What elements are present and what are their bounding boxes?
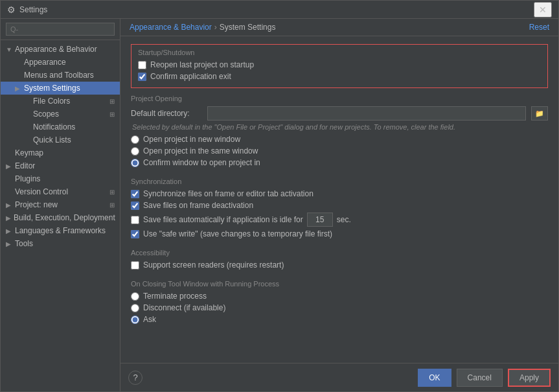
breadcrumb-current: System Settings: [220, 23, 276, 32]
safe-write-row: Use "safe write" (save changes to a temp…: [131, 229, 548, 238]
ok-button[interactable]: OK: [418, 369, 451, 387]
accessibility-label: Accessibility: [131, 249, 548, 257]
footer-right: OK Cancel Apply: [418, 369, 551, 387]
confirm-exit-checkbox[interactable]: [138, 73, 146, 81]
folder-button[interactable]: 📁: [531, 106, 548, 121]
sidebar-item-version-control[interactable]: Version Control ⊞: [1, 185, 120, 198]
sidebar-item-plugins[interactable]: Plugins: [1, 172, 120, 185]
sidebar-item-appearance[interactable]: Appearance: [1, 56, 120, 69]
open-same-window-radio[interactable]: [131, 147, 139, 156]
screen-readers-checkbox[interactable]: [131, 261, 139, 270]
sidebar-item-label: Languages & Frameworks: [15, 226, 106, 235]
on-closing-section: On Closing Tool Window with Running Proc…: [131, 280, 548, 324]
sidebar-tree: ▼ Appearance & Behavior Appearance Menus…: [1, 40, 120, 391]
reset-link[interactable]: Reset: [529, 23, 549, 32]
sidebar-item-label: Tools: [15, 239, 33, 248]
sidebar-item-label: Build, Execution, Deployment: [14, 213, 115, 222]
reopen-last-project-row: Reopen last project on startup: [138, 60, 541, 69]
screen-readers-label: Support screen readers (requires restart…: [143, 260, 284, 270]
sidebar-item-notifications[interactable]: Notifications: [1, 121, 120, 133]
idle-unit-label: sec.: [337, 215, 351, 224]
terminate-process-radio[interactable]: [131, 292, 139, 301]
sidebar-item-label: File Colors: [33, 97, 70, 106]
sidebar-item-label: Appearance & Behavior: [15, 45, 97, 54]
main-content: ▼ Appearance & Behavior Appearance Menus…: [1, 19, 558, 391]
badge-icon: ⊞: [109, 202, 115, 209]
help-button[interactable]: ?: [128, 371, 143, 385]
breadcrumb-parent[interactable]: Appearance & Behavior: [130, 23, 212, 32]
settings-window: ⚙ Settings ✕ ▼ Appearance & Behavior App…: [0, 0, 559, 392]
apply-button[interactable]: Apply: [508, 369, 551, 387]
save-auto-idle-checkbox[interactable]: [131, 216, 139, 224]
ask-row: Ask: [131, 315, 548, 324]
sync-on-frame-checkbox[interactable]: [131, 190, 139, 198]
confirm-exit-label: Confirm application exit: [150, 72, 231, 81]
terminate-process-label: Terminate process: [143, 292, 207, 301]
open-new-window-radio[interactable]: [131, 135, 139, 144]
sidebar-item-keymap[interactable]: Keymap: [1, 146, 120, 159]
sidebar-item-system-settings[interactable]: ▶ System Settings: [1, 82, 120, 95]
breadcrumb-separator: ›: [214, 23, 217, 32]
accessibility-section: Accessibility Support screen readers (re…: [131, 249, 548, 270]
on-closing-label: On Closing Tool Window with Running Proc…: [131, 280, 548, 288]
save-auto-idle-row: Save files automatically if application …: [131, 213, 548, 227]
content-panel: Appearance & Behavior › System Settings …: [120, 19, 558, 391]
window-title: Settings: [19, 5, 47, 14]
synchronization-section: Synchronization Synchronize files on fra…: [131, 178, 548, 238]
title-bar-left: ⚙ Settings: [7, 5, 47, 15]
sidebar-item-label: Keymap: [15, 148, 43, 157]
open-same-window-label: Open project in the same window: [143, 146, 258, 156]
confirm-window-radio[interactable]: [131, 159, 139, 167]
sidebar-item-appearance-behavior[interactable]: ▼ Appearance & Behavior: [1, 43, 120, 56]
reopen-last-project-label: Reopen last project on startup: [150, 60, 254, 69]
badge-icon: ⊞: [109, 189, 115, 196]
cancel-button[interactable]: Cancel: [457, 369, 503, 387]
open-new-window-row: Open project in new window: [131, 135, 548, 144]
sidebar-item-menus-toolbars[interactable]: Menus and Toolbars: [1, 69, 120, 82]
project-opening-section: Project Opening Default directory: 📁 Sel…: [131, 95, 548, 167]
safe-write-checkbox[interactable]: [131, 230, 139, 238]
confirm-window-label: Confirm window to open project in: [143, 158, 260, 167]
arrow-icon: ▶: [6, 214, 11, 222]
default-directory-input[interactable]: [207, 106, 526, 121]
sidebar-item-label: Version Control: [15, 187, 68, 196]
sidebar-item-editor[interactable]: ▶ Editor: [1, 159, 120, 172]
sidebar-item-quick-lists[interactable]: Quick Lists: [1, 133, 120, 146]
search-input[interactable]: [6, 23, 115, 36]
open-new-window-label: Open project in new window: [143, 135, 240, 144]
arrow-icon: ▶: [6, 227, 12, 235]
terminate-process-row: Terminate process: [131, 292, 548, 301]
sidebar-item-label: Appearance: [24, 58, 66, 67]
sidebar-item-project-new[interactable]: ▶ Project: new ⊞: [1, 198, 120, 211]
close-button[interactable]: ✕: [534, 2, 552, 17]
sync-on-frame-label: Synchronize files on frame or editor tab…: [143, 189, 314, 198]
sidebar-item-label: Scopes: [33, 110, 59, 119]
arrow-icon: ▼: [6, 46, 12, 53]
save-deactivation-checkbox[interactable]: [131, 202, 139, 210]
save-auto-idle-label: Save files automatically if application …: [143, 215, 303, 224]
sidebar-item-languages[interactable]: ▶ Languages & Frameworks: [1, 224, 120, 237]
disconnect-radio[interactable]: [131, 304, 139, 312]
settings-icon: ⚙: [7, 5, 16, 15]
sidebar-item-scopes[interactable]: Scopes ⊞: [1, 108, 120, 121]
project-opening-label: Project Opening: [131, 95, 548, 102]
idle-time-input[interactable]: [307, 213, 333, 227]
disconnect-row: Disconnect (if available): [131, 303, 548, 312]
safe-write-label: Use "safe write" (save changes to a temp…: [143, 229, 332, 238]
reopen-last-project-checkbox[interactable]: [138, 61, 146, 69]
sidebar-item-build[interactable]: ▶ Build, Execution, Deployment: [1, 211, 120, 224]
directory-hint: Selected by default in the "Open File or…: [131, 123, 548, 131]
search-box: [1, 19, 120, 40]
sidebar-item-tools[interactable]: ▶ Tools: [1, 237, 120, 250]
arrow-icon: ▶: [15, 85, 21, 92]
badge-icon: ⊞: [109, 111, 115, 118]
sidebar-item-label: Notifications: [33, 122, 75, 132]
default-directory-row: Default directory: 📁: [131, 106, 548, 121]
ask-radio[interactable]: [131, 316, 139, 324]
sidebar-item-label: Project: new: [15, 200, 58, 209]
confirm-window-row: Confirm window to open project in: [131, 158, 548, 167]
sidebar-item-label: Plugins: [15, 174, 40, 183]
startup-section-label: Startup/Shutdown: [138, 49, 541, 56]
arrow-icon: ▶: [6, 240, 12, 248]
sidebar-item-file-colors[interactable]: File Colors ⊞: [1, 95, 120, 108]
